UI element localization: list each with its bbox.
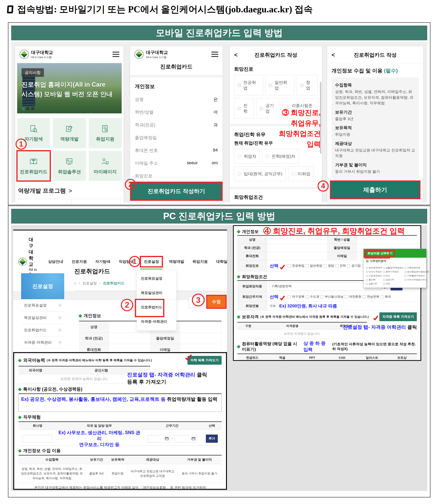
radio-icon bbox=[292, 172, 295, 176]
sidebar-item-career-goal[interactable]: 진로목표설정 bbox=[21, 299, 64, 312]
plus-icon[interactable] bbox=[58, 304, 61, 307]
job-item[interactable]: 기타사무/영업/서비스 bbox=[405, 278, 429, 282]
computer-skills-table: 한글워드 엑셀 PPT CAD 일러스트 포토샵 bbox=[237, 353, 417, 361]
program-card-2[interactable]: 겨울방학 추천기업 pick 메타버스 bbox=[71, 199, 121, 204]
global-nav: 상담안내 진로지원 자기탐색 직업탐색 진로설정 1 진로목표설정 목표달성관리 bbox=[48, 258, 227, 265]
job-item[interactable]: 일반사무 bbox=[383, 278, 404, 282]
fetch-certificates-button[interactable]: 자격증 목록 가져오기 bbox=[379, 312, 417, 321]
add-row-button[interactable]: 추가 bbox=[206, 434, 218, 443]
menu-career-goal[interactable]: 진로목표설정 bbox=[137, 271, 176, 286]
radio-employed[interactable]: 취업자 bbox=[234, 149, 260, 164]
checkbox-icon[interactable] bbox=[324, 264, 327, 267]
end-date-input[interactable] bbox=[174, 435, 197, 442]
start-date-input[interactable] bbox=[148, 435, 170, 442]
checkbox-graduate-school[interactable]: 진학 bbox=[234, 98, 254, 119]
company-name-input[interactable] bbox=[22, 435, 52, 442]
job-item[interactable]: 생산/품질관리/품질보증 bbox=[405, 270, 429, 274]
category-radio-office[interactable]: 사무관리분야 bbox=[366, 259, 424, 264]
home-icon[interactable]: ⌂ bbox=[74, 281, 76, 285]
tile-career-card[interactable]: 진로취업카드 bbox=[17, 151, 50, 181]
tile-employment-solution[interactable]: 취업솔루션 bbox=[53, 151, 86, 181]
plus-icon[interactable] bbox=[58, 316, 61, 319]
checkbox-icon bbox=[383, 267, 385, 269]
nav-career-setting[interactable]: 진로설정 1 진로목표설정 목표달성관리 진로취업카드 2 bbox=[142, 258, 160, 265]
job-item[interactable]: 시설/공정관리 bbox=[366, 274, 382, 278]
notice-banner[interactable]: 공지사항 진로취업 홈페이지(All in Care 시스템) 모바일 웹 버전… bbox=[17, 63, 122, 113]
sidebar-item-goal-management[interactable]: 목표달성관리 bbox=[21, 312, 64, 324]
breadcrumb-career-card[interactable]: 진로취업카드 bbox=[103, 281, 124, 286]
nav-self-exploration[interactable]: 자기탐색 bbox=[95, 259, 110, 264]
plus-icon[interactable] bbox=[58, 341, 61, 344]
checkbox-icon[interactable] bbox=[306, 264, 309, 267]
nav-competency[interactable]: 역량개발 bbox=[169, 259, 184, 264]
hamburger-menu-icon[interactable] bbox=[112, 52, 119, 57]
radio-icon bbox=[366, 260, 368, 262]
plus-icon[interactable] bbox=[58, 329, 61, 332]
back-icon[interactable]: < bbox=[234, 51, 238, 58]
checkbox-icon[interactable] bbox=[345, 295, 348, 298]
job-item[interactable]: 인사/노무관리 bbox=[366, 270, 382, 274]
checkbox-startup[interactable]: 창업 bbox=[297, 75, 318, 95]
breadcrumb-career-setting[interactable]: 진로설정 bbox=[82, 281, 97, 286]
calendar-icon[interactable] bbox=[165, 437, 169, 440]
edit-button[interactable]: 수정 bbox=[206, 295, 227, 309]
sidebar-item-career-card[interactable]: 진로취업카드 bbox=[21, 324, 64, 336]
checkbox-general-employment[interactable]: 일반취업 bbox=[266, 75, 294, 95]
special-notes-heading: 특이사항 (공모전, 수상경력등) bbox=[19, 386, 222, 392]
job-item[interactable]: 금융사무 bbox=[366, 282, 382, 286]
radio-unemployed[interactable]: 미취업 bbox=[288, 166, 314, 181]
carousel-dots[interactable] bbox=[21, 107, 34, 110]
menu-career-card[interactable]: 진로취업카드 2 bbox=[137, 300, 176, 314]
chevron-right-icon[interactable]: > bbox=[69, 188, 72, 194]
checkbox-icon[interactable] bbox=[320, 295, 324, 298]
job-item[interactable]: 법률/법무/채권관리 bbox=[383, 266, 404, 270]
field-phone: 휴대폰 번호84 bbox=[130, 141, 223, 154]
tile-competency-development[interactable]: 역량개발 bbox=[53, 118, 86, 148]
nav-counseling[interactable]: 상담안내 bbox=[48, 259, 63, 264]
checkbox-icon[interactable] bbox=[288, 295, 291, 298]
back-icon[interactable]: < bbox=[331, 51, 335, 58]
job-item[interactable]: 구매/물류/자재관리 bbox=[405, 274, 429, 278]
checkbox-icon[interactable] bbox=[306, 295, 309, 298]
radio-grad-school[interactable]: 진학(예정)자 bbox=[262, 149, 299, 164]
checkbox-icon[interactable] bbox=[347, 264, 350, 267]
step-badge-3: 3 bbox=[192, 294, 205, 306]
nav-career-support[interactable]: 진로지원 bbox=[72, 259, 87, 264]
checkbox-icon[interactable] bbox=[335, 264, 338, 267]
tile-my-page[interactable]: 마이페이지 bbox=[89, 151, 122, 181]
submit-button[interactable]: 제출하기 bbox=[331, 181, 419, 198]
checkbox-icon[interactable] bbox=[363, 295, 366, 298]
nav-employment[interactable]: 취업지원 bbox=[192, 259, 208, 264]
checkbox-icon bbox=[366, 275, 368, 277]
sidebar-item-certificate-language[interactable]: 자격증·어학관리 bbox=[21, 336, 64, 349]
highlight-red-box: 진로취업카드 작성하기 bbox=[130, 182, 223, 201]
checkbox-icon[interactable] bbox=[288, 264, 291, 267]
fetch-language-list-button[interactable]: 어학 목록 가져오기 bbox=[188, 356, 222, 365]
job-item[interactable]: 비서 bbox=[383, 274, 404, 278]
menu-goal-management[interactable]: 목표달성관리 bbox=[137, 286, 176, 300]
write-career-card-button[interactable]: 진로취업카드 작성하기 bbox=[131, 183, 221, 200]
checkbox-icon bbox=[366, 267, 368, 269]
red-checkmark-icon bbox=[280, 264, 285, 269]
checkbox-icon[interactable] bbox=[381, 295, 384, 298]
diamond-icon bbox=[18, 449, 21, 453]
checkbox-icon bbox=[405, 271, 406, 273]
job-item[interactable]: 홍보/IR bbox=[366, 278, 382, 282]
radio-military[interactable]: 입대(현역, 공익근무) bbox=[234, 166, 286, 181]
program-card-1[interactable]: 국내현장실습 JOB 고 실무능력 UP! bbox=[18, 199, 68, 204]
checkbox-major-employment[interactable]: 전공취업 bbox=[234, 75, 263, 95]
logo-subtitle: All in Care 시스템 bbox=[31, 55, 53, 59]
hamburger-menu-icon[interactable] bbox=[211, 52, 218, 57]
nav-university-jobs[interactable]: 대학일자리 bbox=[216, 259, 227, 264]
job-item[interactable]: 경리/회계/재무 bbox=[366, 266, 382, 270]
special-notes-textarea[interactable]: Ex) 공모전, 수상경력, 봉사활동, 홍보대사, 캠페인, 교육,프로젝트 … bbox=[19, 393, 222, 412]
job-item[interactable]: 인턴 bbox=[383, 282, 404, 286]
job-item[interactable]: 기획/경영전략 bbox=[405, 266, 429, 270]
calendar-icon[interactable] bbox=[192, 437, 195, 440]
page-title: 접속방법: 모바일기기 또는 PC에서 올인케어시스템(job.daegu.ac… bbox=[7, 3, 313, 16]
checkbox-public-company[interactable]: 공기업 bbox=[256, 98, 280, 119]
divider bbox=[327, 63, 423, 64]
section-personal-info: 개인정보 bbox=[135, 83, 218, 90]
job-item[interactable]: 총무/사무관리 bbox=[383, 270, 404, 274]
tile-employment-support[interactable]: 취업지원 bbox=[89, 118, 122, 148]
